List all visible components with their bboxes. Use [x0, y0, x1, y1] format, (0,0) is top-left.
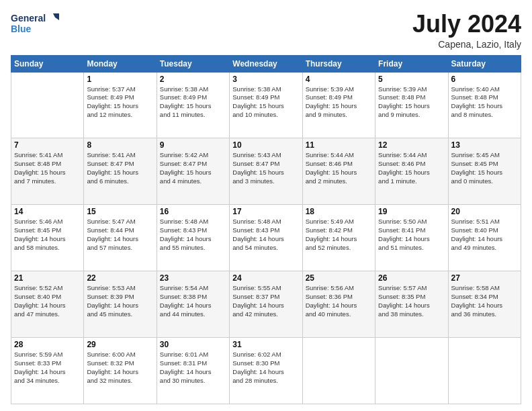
day-info: Sunrise: 5:45 AM Sunset: 8:45 PM Dayligh…	[451, 151, 518, 185]
day-info: Sunrise: 5:56 AM Sunset: 8:36 PM Dayligh…	[306, 284, 372, 318]
day-info: Sunrise: 5:39 AM Sunset: 8:49 PM Dayligh…	[306, 85, 372, 120]
calendar-cell: 7Sunrise: 5:41 AM Sunset: 8:48 PM Daylig…	[11, 138, 84, 205]
calendar-cell: 19Sunrise: 5:50 AM Sunset: 8:41 PM Dayli…	[375, 205, 448, 271]
day-number: 24	[232, 273, 299, 283]
day-info: Sunrise: 5:37 AM Sunset: 8:49 PM Dayligh…	[87, 85, 153, 120]
calendar-cell	[11, 72, 84, 138]
calendar-cell: 5Sunrise: 5:39 AM Sunset: 8:48 PM Daylig…	[375, 72, 448, 138]
day-number: 2	[160, 75, 226, 84]
day-info: Sunrise: 6:02 AM Sunset: 8:30 PM Dayligh…	[232, 351, 299, 385]
calendar-week-row: 14Sunrise: 5:46 AM Sunset: 8:45 PM Dayli…	[11, 205, 521, 271]
subtitle: Capena, Lazio, Italy	[412, 39, 521, 50]
day-number: 31	[232, 340, 299, 349]
calendar-cell: 6Sunrise: 5:40 AM Sunset: 8:48 PM Daylig…	[448, 72, 521, 138]
day-info: Sunrise: 5:44 AM Sunset: 8:46 PM Dayligh…	[378, 151, 445, 185]
day-number: 9	[160, 140, 226, 150]
col-monday: Monday	[84, 55, 157, 72]
day-number: 17	[232, 207, 299, 216]
day-info: Sunrise: 5:59 AM Sunset: 8:33 PM Dayligh…	[14, 351, 81, 385]
calendar-table: Sunday Monday Tuesday Wednesday Thursday…	[11, 55, 521, 404]
calendar-cell: 22Sunrise: 5:53 AM Sunset: 8:39 PM Dayli…	[84, 271, 157, 338]
calendar-cell: 16Sunrise: 5:48 AM Sunset: 8:43 PM Dayli…	[157, 205, 229, 271]
day-info: Sunrise: 5:57 AM Sunset: 8:35 PM Dayligh…	[378, 284, 445, 318]
title-block: July 2024 Capena, Lazio, Italy	[412, 11, 521, 50]
day-number: 18	[306, 207, 372, 216]
day-info: Sunrise: 5:41 AM Sunset: 8:48 PM Dayligh…	[14, 151, 81, 185]
day-number: 22	[87, 273, 153, 283]
day-info: Sunrise: 5:40 AM Sunset: 8:48 PM Dayligh…	[451, 85, 518, 120]
svg-marker-3	[53, 13, 59, 20]
day-number: 28	[14, 340, 81, 349]
calendar-cell: 24Sunrise: 5:55 AM Sunset: 8:37 PM Dayli…	[230, 271, 302, 338]
day-number: 25	[306, 273, 372, 283]
calendar-cell	[375, 338, 448, 404]
day-number: 10	[232, 140, 299, 150]
calendar-cell: 26Sunrise: 5:57 AM Sunset: 8:35 PM Dayli…	[375, 271, 448, 338]
calendar-week-row: 21Sunrise: 5:52 AM Sunset: 8:40 PM Dayli…	[11, 271, 521, 338]
day-info: Sunrise: 5:47 AM Sunset: 8:44 PM Dayligh…	[87, 218, 153, 252]
day-number: 21	[14, 273, 81, 283]
calendar-cell	[302, 338, 375, 404]
day-number: 23	[160, 273, 226, 283]
col-sunday: Sunday	[11, 55, 84, 72]
day-number: 16	[160, 207, 226, 216]
calendar-cell: 3Sunrise: 5:38 AM Sunset: 8:49 PM Daylig…	[230, 72, 302, 138]
day-info: Sunrise: 6:01 AM Sunset: 8:31 PM Dayligh…	[160, 351, 226, 385]
col-tuesday: Tuesday	[157, 55, 229, 72]
calendar-cell: 17Sunrise: 5:48 AM Sunset: 8:43 PM Dayli…	[230, 205, 302, 271]
day-info: Sunrise: 5:58 AM Sunset: 8:34 PM Dayligh…	[451, 284, 518, 318]
col-wednesday: Wednesday	[230, 55, 302, 72]
calendar-cell: 15Sunrise: 5:47 AM Sunset: 8:44 PM Dayli…	[84, 205, 157, 271]
day-number: 8	[87, 140, 153, 150]
calendar-cell: 1Sunrise: 5:37 AM Sunset: 8:49 PM Daylig…	[84, 72, 157, 138]
page: General Blue July 2024 Capena, Lazio, It…	[0, 0, 532, 411]
day-number: 20	[451, 207, 518, 216]
day-info: Sunrise: 5:44 AM Sunset: 8:46 PM Dayligh…	[306, 151, 372, 185]
svg-text:General: General	[11, 13, 46, 24]
day-info: Sunrise: 5:48 AM Sunset: 8:43 PM Dayligh…	[160, 218, 226, 252]
calendar-cell: 18Sunrise: 5:49 AM Sunset: 8:42 PM Dayli…	[302, 205, 375, 271]
day-info: Sunrise: 5:48 AM Sunset: 8:43 PM Dayligh…	[232, 218, 299, 252]
day-number: 4	[306, 75, 372, 84]
day-number: 27	[451, 273, 518, 283]
calendar-cell	[448, 338, 521, 404]
month-title: July 2024	[412, 11, 521, 38]
day-number: 12	[378, 140, 445, 150]
day-number: 13	[451, 140, 518, 150]
calendar-cell: 4Sunrise: 5:39 AM Sunset: 8:49 PM Daylig…	[302, 72, 375, 138]
calendar-cell: 13Sunrise: 5:45 AM Sunset: 8:45 PM Dayli…	[448, 138, 521, 205]
day-number: 15	[87, 207, 153, 216]
day-info: Sunrise: 5:38 AM Sunset: 8:49 PM Dayligh…	[232, 85, 299, 120]
calendar-cell: 23Sunrise: 5:54 AM Sunset: 8:38 PM Dayli…	[157, 271, 229, 338]
col-friday: Friday	[375, 55, 448, 72]
calendar-header-row: Sunday Monday Tuesday Wednesday Thursday…	[11, 55, 521, 72]
day-info: Sunrise: 5:46 AM Sunset: 8:45 PM Dayligh…	[14, 218, 81, 252]
svg-text:Blue: Blue	[11, 24, 32, 34]
calendar-week-row: 28Sunrise: 5:59 AM Sunset: 8:33 PM Dayli…	[11, 338, 521, 404]
col-thursday: Thursday	[302, 55, 375, 72]
calendar-cell: 14Sunrise: 5:46 AM Sunset: 8:45 PM Dayli…	[11, 205, 84, 271]
calendar-cell: 30Sunrise: 6:01 AM Sunset: 8:31 PM Dayli…	[157, 338, 229, 404]
day-number: 5	[378, 75, 445, 84]
day-number: 26	[378, 273, 445, 283]
calendar-cell: 29Sunrise: 6:00 AM Sunset: 8:32 PM Dayli…	[84, 338, 157, 404]
header: General Blue July 2024 Capena, Lazio, It…	[11, 11, 521, 50]
logo-svg: General Blue	[11, 11, 64, 36]
day-number: 29	[87, 340, 153, 349]
calendar-cell: 21Sunrise: 5:52 AM Sunset: 8:40 PM Dayli…	[11, 271, 84, 338]
calendar-cell: 12Sunrise: 5:44 AM Sunset: 8:46 PM Dayli…	[375, 138, 448, 205]
calendar-cell: 2Sunrise: 5:38 AM Sunset: 8:49 PM Daylig…	[157, 72, 229, 138]
day-number: 6	[451, 75, 518, 84]
day-info: Sunrise: 5:41 AM Sunset: 8:47 PM Dayligh…	[87, 151, 153, 185]
day-info: Sunrise: 5:52 AM Sunset: 8:40 PM Dayligh…	[14, 284, 81, 318]
calendar-cell: 11Sunrise: 5:44 AM Sunset: 8:46 PM Dayli…	[302, 138, 375, 205]
day-number: 14	[14, 207, 81, 216]
calendar-week-row: 1Sunrise: 5:37 AM Sunset: 8:49 PM Daylig…	[11, 72, 521, 138]
calendar-cell: 8Sunrise: 5:41 AM Sunset: 8:47 PM Daylig…	[84, 138, 157, 205]
day-number: 1	[87, 75, 153, 84]
day-number: 3	[232, 75, 299, 84]
day-info: Sunrise: 5:43 AM Sunset: 8:47 PM Dayligh…	[232, 151, 299, 185]
day-info: Sunrise: 5:55 AM Sunset: 8:37 PM Dayligh…	[232, 284, 299, 318]
calendar-cell: 28Sunrise: 5:59 AM Sunset: 8:33 PM Dayli…	[11, 338, 84, 404]
day-number: 30	[160, 340, 226, 349]
